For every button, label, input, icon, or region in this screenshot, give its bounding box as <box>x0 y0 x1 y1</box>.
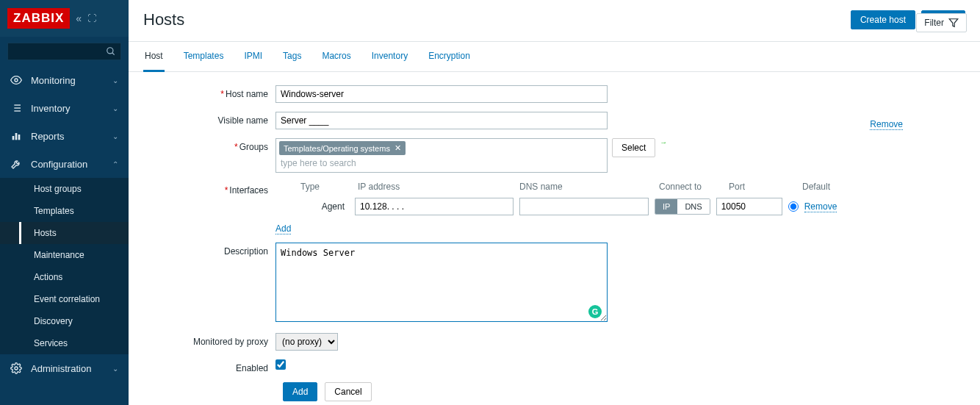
main-content: Hosts Create host Import Filter Host Tem… <box>129 0 980 405</box>
nav-monitoring[interactable]: Monitoring ⌄ <box>0 66 129 94</box>
svg-point-12 <box>15 367 18 370</box>
tab-macros[interactable]: Macros <box>320 42 352 71</box>
group-tag-label: Templates/Operating systems <box>284 144 390 153</box>
tab-inventory[interactable]: Inventory <box>370 42 409 71</box>
nav-monitoring-label: Monitoring <box>31 75 76 86</box>
chevron-down-icon: ⌄ <box>112 132 118 140</box>
subnav-discovery[interactable]: Discovery <box>0 310 129 332</box>
subnav-services[interactable]: Services <box>0 332 129 354</box>
nav-inventory[interactable]: Inventory ⌄ <box>0 94 129 122</box>
interface-row: Agent IP DNS Remove <box>275 198 846 215</box>
subnav-actions[interactable]: Actions <box>0 266 129 288</box>
interface-port-input[interactable] <box>716 198 782 215</box>
search-input[interactable] <box>7 43 121 60</box>
page-header: Hosts Create host Import <box>129 0 980 41</box>
enabled-label: Enabled <box>143 359 275 373</box>
bar-chart-icon <box>10 130 22 142</box>
iface-head-ip: IP address <box>358 182 512 192</box>
chevron-down-icon: ⌄ <box>112 104 118 112</box>
nav-inventory-label: Inventory <box>31 103 70 114</box>
eye-icon <box>10 74 22 86</box>
groups-placeholder: type here to search <box>279 155 604 170</box>
visible-name-input[interactable] <box>275 112 608 129</box>
iface-head-default: Default <box>802 182 846 192</box>
close-icon[interactable]: ✕ <box>394 143 401 153</box>
select-groups-button[interactable]: Select <box>612 138 655 157</box>
filter-icon <box>948 18 959 28</box>
groups-label: *Groups <box>143 138 275 152</box>
chevron-down-icon: ⌄ <box>112 76 118 85</box>
visible-name-label: Visible name <box>143 112 275 126</box>
groups-multiselect[interactable]: Templates/Operating systems ✕ type here … <box>275 138 608 173</box>
tab-host[interactable]: Host <box>143 42 165 72</box>
interface-type: Agent <box>300 201 349 212</box>
svg-point-2 <box>15 79 18 82</box>
iface-head-dns: DNS name <box>519 182 652 192</box>
svg-line-1 <box>112 53 115 55</box>
sidebar: ZABBIX « ⛶ Monitoring ⌄ Inventory ⌄ Repo… <box>0 0 129 405</box>
nav-administration-label: Administration <box>31 363 91 374</box>
host-name-label: *Host name <box>143 85 275 99</box>
main-nav-bottom: Administration ⌄ <box>0 354 129 382</box>
subnav-event-correlation[interactable]: Event correlation <box>0 288 129 310</box>
create-host-button[interactable]: Create host <box>851 10 915 29</box>
chevron-up-icon: ⌃ <box>112 160 118 168</box>
interface-default-radio[interactable] <box>788 201 799 212</box>
subnav-hosts[interactable]: Hosts <box>0 222 129 244</box>
nav-configuration[interactable]: Configuration ⌃ <box>0 150 129 178</box>
form-actions: Add Cancel <box>275 382 965 401</box>
collapse-icon[interactable]: « <box>76 12 82 24</box>
interface-dns-input[interactable] <box>519 198 649 215</box>
filter-toggle[interactable]: Filter <box>916 13 967 32</box>
wrench-icon <box>10 158 22 170</box>
proxy-select[interactable]: (no proxy) <box>275 333 338 351</box>
host-name-input[interactable] <box>275 85 608 103</box>
search-icon <box>106 46 116 57</box>
interfaces-label: *Interfaces <box>143 182 275 196</box>
new-group-indicator-icon: → <box>660 138 667 146</box>
logo[interactable]: ZABBIX <box>7 8 70 29</box>
interface-remove-link[interactable]: Remove <box>804 201 837 212</box>
add-interface-link[interactable]: Add <box>275 223 291 234</box>
nav-administration[interactable]: Administration ⌄ <box>0 354 129 382</box>
iface-head-port: Port <box>729 182 795 192</box>
tab-ipmi[interactable]: IPMI <box>242 42 264 71</box>
sidebar-header: ZABBIX « ⛶ <box>0 0 129 37</box>
iface-head-connect: Connect to <box>659 182 721 192</box>
add-button[interactable]: Add <box>283 382 317 401</box>
interfaces-table: Type IP address DNS name Connect to Port… <box>275 182 846 234</box>
subnav-templates[interactable]: Templates <box>0 200 129 222</box>
remove-template-link[interactable]: Remove <box>870 119 903 130</box>
subnav-host-groups[interactable]: Host groups <box>0 178 129 200</box>
interfaces-header: Type IP address DNS name Connect to Port… <box>275 182 846 192</box>
subnav-maintenance[interactable]: Maintenance <box>0 244 129 266</box>
nav-configuration-label: Configuration <box>31 159 87 170</box>
connect-dns-option[interactable]: DNS <box>677 199 709 214</box>
connect-ip-option[interactable]: IP <box>655 199 677 214</box>
tab-encryption[interactable]: Encryption <box>427 42 472 71</box>
connect-to-toggle[interactable]: IP DNS <box>655 198 710 215</box>
interface-ip-input[interactable] <box>355 198 514 215</box>
page-title: Hosts <box>143 10 184 29</box>
svg-rect-9 <box>12 136 15 140</box>
chevron-down-icon: ⌄ <box>112 365 118 373</box>
cancel-button[interactable]: Cancel <box>325 382 371 401</box>
proxy-label: Monitored by proxy <box>143 333 275 347</box>
fullscreen-icon[interactable]: ⛶ <box>87 13 96 24</box>
tab-templates[interactable]: Templates <box>182 42 226 71</box>
nav-reports-label: Reports <box>31 131 65 142</box>
grammarly-icon[interactable]: G <box>588 305 602 318</box>
search-row <box>0 37 129 66</box>
config-subnav: Host groups Templates Hosts Maintenance … <box>0 178 129 354</box>
group-tag[interactable]: Templates/Operating systems ✕ <box>279 141 406 155</box>
enabled-checkbox[interactable] <box>275 359 286 370</box>
list-icon <box>10 102 22 114</box>
host-form: *Host name Visible name *Groups Template… <box>129 72 980 405</box>
description-textarea[interactable] <box>275 243 608 322</box>
filter-label: Filter <box>924 18 944 28</box>
iface-head-type: Type <box>300 182 350 192</box>
nav-reports[interactable]: Reports ⌄ <box>0 122 129 150</box>
svg-point-0 <box>107 48 113 54</box>
svg-marker-13 <box>949 19 958 27</box>
tab-tags[interactable]: Tags <box>281 42 303 71</box>
